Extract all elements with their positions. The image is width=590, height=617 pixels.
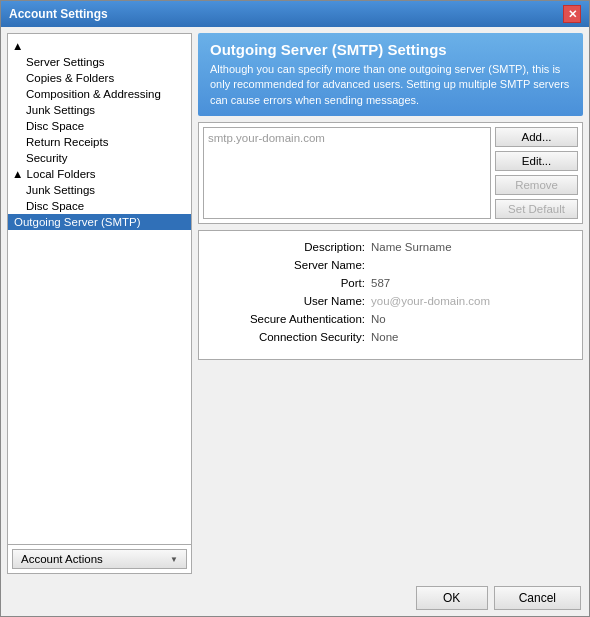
close-button[interactable]: ✕: [563, 5, 581, 23]
account-settings-window: Account Settings ✕ ▲ Server Settings Cop…: [0, 0, 590, 617]
details-section: Description: Name Surname Server Name: P…: [198, 230, 583, 360]
sidebar-item-root[interactable]: ▲: [8, 38, 191, 54]
panel-header: Outgoing Server (SMTP) Settings Although…: [198, 33, 583, 116]
sidebar-item-junk-settings[interactable]: Junk Settings: [8, 102, 191, 118]
detail-row-secure-auth: Secure Authentication: No: [211, 313, 570, 325]
detail-row-connection-security: Connection Security: None: [211, 331, 570, 343]
window-title: Account Settings: [9, 7, 108, 21]
sidebar-item-copies-folders[interactable]: Copies & Folders: [8, 70, 191, 86]
main-panel: Outgoing Server (SMTP) Settings Although…: [198, 33, 583, 574]
detail-row-server-name: Server Name:: [211, 259, 570, 271]
account-actions-button[interactable]: Account Actions ▼: [12, 549, 187, 569]
sidebar-item-return-receipts[interactable]: Return Receipts: [8, 134, 191, 150]
sidebar: ▲ Server Settings Copies & Folders Compo…: [7, 33, 192, 574]
detail-value-connection-security: None: [371, 331, 399, 343]
detail-row-port: Port: 587: [211, 277, 570, 289]
sidebar-item-junk-settings-2[interactable]: Junk Settings: [8, 182, 191, 198]
window-body: ▲ Server Settings Copies & Folders Compo…: [1, 27, 589, 580]
add-button[interactable]: Add...: [495, 127, 578, 147]
server-list-section: smtp.your-domain.com Add... Edit... Remo…: [198, 122, 583, 224]
sidebar-item-server-settings[interactable]: Server Settings: [8, 54, 191, 70]
sidebar-footer: Account Actions ▼: [8, 544, 191, 573]
spacer: [198, 366, 583, 574]
sidebar-item-composition[interactable]: Composition & Addressing: [8, 86, 191, 102]
title-bar: Account Settings ✕: [1, 1, 589, 27]
ok-button[interactable]: OK: [416, 586, 488, 610]
tree-arrow: ▲: [12, 40, 23, 52]
detail-label-secure-auth: Secure Authentication:: [211, 313, 371, 325]
detail-row-description: Description: Name Surname: [211, 241, 570, 253]
sidebar-item-local-folders[interactable]: ▲ Local Folders: [8, 166, 191, 182]
panel-title: Outgoing Server (SMTP) Settings: [210, 41, 571, 58]
server-list-buttons: Add... Edit... Remove Set Default: [495, 127, 578, 219]
detail-label-connection-security: Connection Security:: [211, 331, 371, 343]
sidebar-item-disc-space-2[interactable]: Disc Space: [8, 198, 191, 214]
detail-label-port: Port:: [211, 277, 371, 289]
detail-value-secure-auth: No: [371, 313, 386, 325]
edit-button[interactable]: Edit...: [495, 151, 578, 171]
sidebar-item-security[interactable]: Security: [8, 150, 191, 166]
cancel-button[interactable]: Cancel: [494, 586, 581, 610]
dropdown-arrow-icon: ▼: [170, 555, 178, 564]
bottom-bar: OK Cancel: [1, 580, 589, 616]
detail-value-username: you@your-domain.com: [371, 295, 490, 307]
detail-label-username: User Name:: [211, 295, 371, 307]
detail-value-description: Name Surname: [371, 241, 452, 253]
remove-button[interactable]: Remove: [495, 175, 578, 195]
server-list-box[interactable]: smtp.your-domain.com: [203, 127, 491, 219]
sidebar-item-outgoing-smtp[interactable]: Outgoing Server (SMTP): [8, 214, 191, 230]
account-actions-label: Account Actions: [21, 553, 103, 565]
sidebar-tree: ▲ Server Settings Copies & Folders Compo…: [8, 34, 191, 544]
detail-label-server-name: Server Name:: [211, 259, 371, 271]
tree-arrow-local: ▲: [12, 168, 23, 180]
panel-description: Although you can specify more than one o…: [210, 62, 571, 108]
detail-value-port: 587: [371, 277, 390, 289]
detail-label-description: Description:: [211, 241, 371, 253]
sidebar-item-disc-space[interactable]: Disc Space: [8, 118, 191, 134]
server-list-placeholder: smtp.your-domain.com: [208, 132, 325, 144]
set-default-button[interactable]: Set Default: [495, 199, 578, 219]
detail-row-username: User Name: you@your-domain.com: [211, 295, 570, 307]
